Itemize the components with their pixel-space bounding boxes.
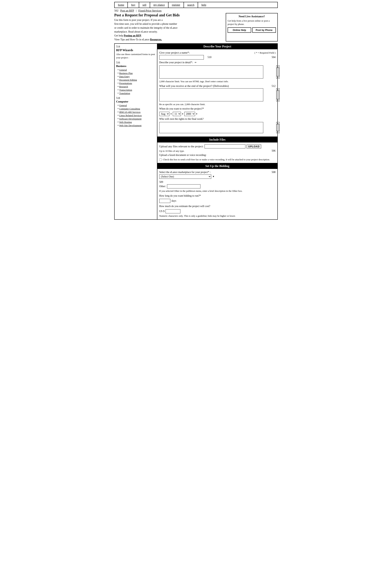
fax-check-row: Check this box to send a toll-free fax o…: [159, 158, 276, 161]
computer-list-item: General: [118, 104, 155, 107]
business-item-link[interactable]: Document Editing: [119, 78, 137, 81]
include-files-header: Include Files: [157, 137, 277, 142]
deliverables-label: What will you receive at the end of the …: [159, 84, 229, 88]
ref-509: 509: [159, 181, 163, 184]
marketplace-select-row: (Select One) ▼: [159, 175, 276, 179]
upload-file-input[interactable]: [205, 144, 245, 149]
nav-home[interactable]: home: [115, 2, 128, 8]
business-item-link[interactable]: Research: [119, 85, 128, 88]
ref-504: 504: [272, 56, 276, 59]
deliverables-scroll-track: [277, 91, 280, 99]
detail-label: Describe your project in detail*:: [159, 61, 193, 64]
sidebar-num1: 514: [116, 45, 155, 48]
business-list-item: Translation: [118, 92, 155, 95]
computer-item-link[interactable]: Computer Consulting: [119, 107, 140, 110]
bidding-header: Set Up the Bidding: [157, 163, 277, 169]
business-item-link[interactable]: Business Plan: [119, 72, 133, 75]
business-list-item: Data Entry: [118, 75, 155, 78]
deliverables-textarea[interactable]: [159, 88, 263, 101]
breadcrumb-fixed-price[interactable]: Fixed-Price Services: [139, 9, 162, 12]
other-input[interactable]: [167, 184, 200, 188]
day-select[interactable]: 11: [173, 112, 181, 116]
page-description: Use this form to post your project. If y…: [114, 18, 222, 42]
business-item-link[interactable]: Transcription: [119, 89, 132, 91]
computer-item-link[interactable]: Software Development: [119, 117, 141, 120]
project-name-label: Give your project a name*:: [159, 51, 190, 54]
days-suffix: days: [171, 199, 176, 202]
fax-checkbox[interactable]: [159, 159, 162, 161]
assistance-title: Need Live Assistance?: [228, 15, 276, 18]
deadline-label: When do you want to receive the project?…: [159, 107, 204, 110]
scroll-track: [277, 68, 280, 76]
business-items-list: GeneralBusiness PlanData EntryDocument E…: [118, 68, 155, 95]
rights-textarea[interactable]: [159, 122, 263, 133]
rights-scroll-down-icon[interactable]: ▼: [277, 131, 280, 133]
date-row: Aug ▼ 11 ▼ 2000 ▼: [159, 112, 276, 116]
upload-button[interactable]: UPLOAD: [247, 145, 261, 149]
ref-508: 508: [272, 171, 276, 174]
desc-line2: first-time user, you will be asked to pr…: [114, 23, 177, 25]
page-header-left: Post a Request for Proposal and Get Bids…: [114, 13, 222, 42]
upload-label: Upload any files relevant to the project…: [159, 145, 203, 148]
business-item-link[interactable]: General: [119, 68, 127, 71]
deliverables-scroll-down-icon[interactable]: ▼: [277, 99, 280, 101]
computer-item-link[interactable]: Web Site Development: [119, 124, 141, 127]
business-item-link[interactable]: Translation: [119, 92, 130, 95]
deliverables-textarea-container: ▲ ▼: [159, 88, 276, 102]
computer-list-item: Linux Related Services: [118, 114, 155, 117]
bidding-days-input[interactable]: [159, 199, 170, 203]
year-select[interactable]: 2000: [184, 112, 195, 116]
detail-textarea[interactable]: [159, 65, 263, 78]
nav-buy[interactable]: buy: [128, 2, 139, 8]
required-field-label: ( * = Required Field ): [254, 51, 276, 54]
nav-search[interactable]: search: [184, 2, 198, 8]
detail-note: 2,000 character limit. You can use HTML …: [159, 80, 276, 83]
computer-item-link[interactable]: Web Hosting: [119, 121, 132, 123]
cost-input[interactable]: [166, 209, 180, 213]
deliverables-note: Be as specific as you can. 2,000 charact…: [159, 103, 276, 106]
cost-note: Numeric characters only. This is only a …: [159, 214, 276, 217]
resources-link[interactable]: Resources.: [150, 38, 162, 41]
detail-textarea-container: ▲ ▼: [159, 65, 276, 79]
year-arrow-icon: ▼: [196, 113, 198, 115]
sidebar-num3: 518: [116, 97, 155, 100]
nav-my-elance[interactable]: my elance: [150, 2, 168, 8]
desc-line1: Use this form to post your project. If y…: [114, 19, 163, 21]
post-by-phone-button[interactable]: Post by Phone: [252, 27, 276, 33]
page-title: Post a Request for Proposal and Get Bids: [114, 13, 222, 17]
business-list-item: Business Plan: [118, 72, 155, 75]
month-select[interactable]: Aug: [159, 112, 169, 116]
computer-item-link[interactable]: General: [119, 104, 127, 107]
sidebar-num2: 516: [116, 61, 155, 64]
deliverables-scroll-up-icon[interactable]: ▲: [277, 89, 280, 91]
bidding-duration-label: How long do you want bidding to run?*: [159, 194, 276, 197]
other-row: 509: [159, 181, 276, 184]
computer-item-link[interactable]: Linux Related Services: [119, 114, 141, 117]
rights-scroll-up-icon[interactable]: ▲: [277, 122, 280, 124]
breadcrumb-sep: |: [136, 9, 137, 12]
computer-item-link[interactable]: IBM AS-400 Services: [119, 111, 140, 113]
posting-rfp-link[interactable]: Posting an RFP: [124, 34, 141, 37]
project-name-input[interactable]: [159, 55, 204, 60]
navigation-bar: homebuysellmy elanceregistersearchhelp: [114, 2, 278, 8]
business-item-link[interactable]: Data Entry: [119, 75, 130, 78]
scroll-up-icon[interactable]: ▲: [277, 66, 280, 68]
online-help-button[interactable]: Online Help: [228, 27, 251, 33]
nav-help[interactable]: help: [198, 2, 210, 8]
bidding-body: Select the eLance marketplace for your p…: [157, 169, 277, 219]
desc-line5: Get help Posting an RFP.: [114, 34, 142, 37]
nav-sell[interactable]: sell: [139, 2, 150, 8]
desc-line4: marketplace. Read about eLance security.: [114, 30, 157, 33]
rights-label: Who will own the rights to the final wor…: [159, 118, 204, 120]
marketplace-row: Select the eLance marketplace for your p…: [159, 171, 276, 174]
breadcrumb-post-rfp[interactable]: Post an RFP: [120, 9, 134, 12]
fax-check-text: Check this box to send a toll-free fax o…: [163, 158, 270, 161]
business-item-link[interactable]: Presentations: [119, 82, 132, 85]
marketplace-select[interactable]: (Select One): [159, 175, 211, 179]
business-list-item: General: [118, 68, 155, 71]
computer-list-item: IBM AS-400 Services: [118, 111, 155, 114]
rfp-wizards-title: RFP Wizards: [116, 48, 155, 52]
scroll-down-icon[interactable]: ▼: [277, 76, 280, 78]
desc-line3: or credit card in order to maintain the …: [114, 26, 177, 29]
nav-register[interactable]: register: [168, 2, 184, 8]
